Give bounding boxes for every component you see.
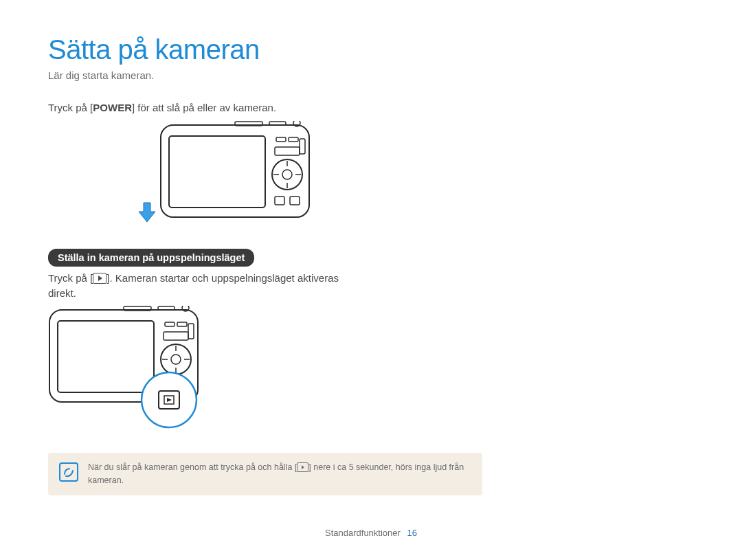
info-note-icon	[59, 462, 78, 482]
page-subtitle: Lär dig starta kameran.	[48, 69, 694, 81]
page-footer: Standardfunktioner 16	[0, 528, 742, 538]
footer-page-number: 16	[407, 528, 417, 538]
pb-line2: direkt.	[48, 287, 76, 299]
instr-pre: Tryck på [	[48, 102, 93, 113]
arrow-down-icon	[137, 202, 157, 223]
svg-rect-2	[169, 136, 265, 208]
camera-top-illustration	[48, 121, 694, 227]
svg-rect-25	[158, 306, 175, 310]
page-title: Sätta på kameran	[48, 34, 694, 65]
camera-back-top-icon	[159, 121, 311, 224]
pb-post: ]. Kameran startar och uppspelningsläget…	[106, 272, 339, 284]
section-heading-pill: Ställa in kameran på uppspelningsläget	[48, 249, 254, 267]
note-box: När du slår på kameran genom att trycka …	[48, 453, 482, 495]
play-button-icon-small	[297, 462, 308, 472]
power-instruction: Tryck på [POWER] för att slå på eller av…	[48, 100, 694, 115]
playback-instruction: Tryck på []. Kameran startar och uppspel…	[48, 271, 694, 301]
play-button-icon	[93, 273, 106, 284]
pb-pre: Tryck på [	[48, 272, 93, 284]
note-part1: När du slår på kameran genom att trycka …	[88, 462, 297, 472]
note-text: När du slår på kameran genom att trycka …	[88, 461, 471, 487]
power-keyword: POWER	[93, 102, 132, 113]
instr-post: ] för att slå på eller av kameran.	[132, 102, 276, 113]
highlight-circle-icon	[139, 370, 199, 429]
camera-playback-illustration	[48, 306, 206, 436]
manual-page: Sätta på kameran Lär dig starta kameran.…	[0, 0, 742, 560]
svg-rect-12	[269, 122, 286, 125]
footer-section: Standardfunktioner	[325, 528, 401, 538]
